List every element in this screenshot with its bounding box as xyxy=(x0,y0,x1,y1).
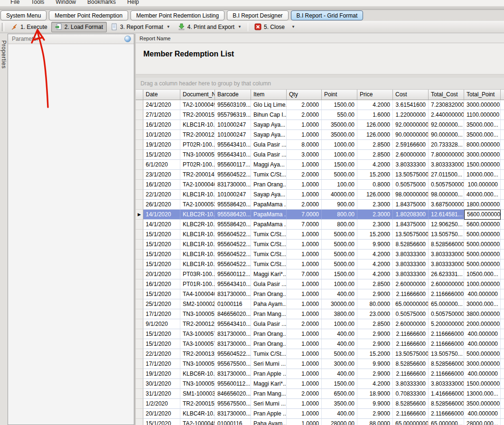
grid-cell[interactable]: 19/1/2020 xyxy=(143,369,180,379)
row-indicator-gutter[interactable] xyxy=(136,279,143,289)
row-indicator-gutter[interactable] xyxy=(136,339,143,349)
grid-cell[interactable]: 88.0000 xyxy=(357,419,393,425)
grid-cell[interactable]: 1000.00 xyxy=(322,140,357,150)
grid-cell[interactable]: 8.52856600 xyxy=(393,240,429,249)
grid-cell[interactable]: 831730000... xyxy=(215,329,251,339)
grid-cell[interactable]: 2.9000 xyxy=(357,409,393,419)
grid-cell[interactable]: 9.9000 xyxy=(357,240,393,249)
grid-cell[interactable]: 126.0000 xyxy=(357,190,393,200)
grid-cell[interactable]: 3500.00 xyxy=(322,399,357,409)
grid-cell[interactable]: KLBC2R-10... xyxy=(180,220,215,230)
grid-cell[interactable]: Glo Liq Lime... xyxy=(251,100,287,110)
row-indicator-gutter[interactable] xyxy=(136,289,143,299)
table-row[interactable]: 31/1/2020SM1-1000031846656020...Pran Man… xyxy=(136,389,504,399)
grid-cell[interactable]: Paha Ayam... xyxy=(251,299,287,309)
grid-cell[interactable]: 3.80333300 xyxy=(393,259,429,269)
grid-cell[interactable]: 1.0000 xyxy=(287,349,322,359)
grid-cell[interactable]: TA2-1000053 xyxy=(180,200,215,210)
grid-cell[interactable]: 1.0000 xyxy=(287,259,322,269)
grid-cell[interactable]: 5600.000000 xyxy=(464,210,501,220)
table-row[interactable]: 15/1/2020TA2-100004501000116Paha Ayam...… xyxy=(136,419,504,425)
grid-cell[interactable]: 1000.00 xyxy=(322,319,357,329)
grid-cell[interactable]: 9.9000 xyxy=(357,359,393,369)
row-indicator-gutter[interactable] xyxy=(136,389,143,399)
grid-cell[interactable]: 1.84375000 xyxy=(393,200,429,210)
grid-cell[interactable]: Tumix C/St... xyxy=(251,170,287,180)
table-row[interactable]: ▶14/1/2020KLBC2R-10...955586420...PapaMa… xyxy=(136,210,504,220)
grid-cell[interactable]: 8.52856600 xyxy=(393,399,429,409)
grid-cell[interactable]: 3.80333300 xyxy=(393,379,429,389)
grid-cell[interactable]: Bihun Cap I... xyxy=(251,110,287,120)
grid-cell[interactable]: Tumix C/St... xyxy=(251,259,287,269)
menu-item-bookmarks[interactable]: Bookmarks xyxy=(82,0,121,4)
grid-cell[interactable]: SM1-1000031 xyxy=(180,389,215,399)
grid-cell[interactable]: 24/1/2020 xyxy=(143,100,180,110)
table-row[interactable]: 20/1/2020KLBC4R-10...831730000...Pran Ap… xyxy=(136,409,504,419)
grid-cell[interactable]: 80.0000 xyxy=(357,299,393,309)
grid-cell[interactable]: 8.528566000 xyxy=(429,240,464,249)
grid-cell[interactable]: TR2-2000123 xyxy=(180,319,215,329)
grid-cell[interactable]: 1500.000000 xyxy=(464,160,501,170)
grid-cell[interactable]: KLBC6R-10... xyxy=(180,369,215,379)
grid-cell[interactable]: 98.000000... xyxy=(429,190,464,200)
grid-cell[interactable]: 5000.00 xyxy=(322,349,357,359)
grid-cell[interactable]: 955586420... xyxy=(215,200,251,210)
grid-cell[interactable]: 1.0000 xyxy=(287,399,322,409)
grid-cell[interactable]: 400.00 xyxy=(322,409,357,419)
grid-cell[interactable]: 30000.00 xyxy=(322,299,357,309)
grid-cell[interactable]: 955604522... xyxy=(215,249,251,259)
grid-cell[interactable]: 35000.00 xyxy=(322,120,357,130)
grid-cell[interactable]: 1.416666000 xyxy=(429,389,464,399)
grid-cell[interactable]: Sayap Aya... xyxy=(251,190,287,200)
row-indicator-gutter[interactable] xyxy=(136,180,143,190)
grid-cell[interactable]: 1.84375000 xyxy=(393,220,429,230)
grid-cell[interactable]: KLBC1R-10... xyxy=(180,190,215,200)
grid-cell[interactable]: 0.505750000 xyxy=(429,180,464,190)
grid-cell[interactable]: 2.11666600 xyxy=(393,329,429,339)
row-indicator-gutter[interactable] xyxy=(136,120,143,130)
grid-cell[interactable]: 3800.00 xyxy=(322,309,357,319)
grid-cell[interactable]: 65.000000... xyxy=(429,419,464,425)
table-row[interactable]: 15/1/2020TN3-1000050955643410...Gula Pas… xyxy=(136,150,504,160)
grid-cell[interactable]: 846656020... xyxy=(215,389,251,399)
row-indicator-gutter[interactable] xyxy=(136,160,143,170)
grid-cell[interactable]: Tumix C/St... xyxy=(251,349,287,359)
parameter-orb-icon[interactable] xyxy=(124,36,131,42)
grid-cell[interactable]: 2.9000 xyxy=(357,339,393,349)
grid-cell[interactable]: 5000.00 xyxy=(322,170,357,180)
grid-cell[interactable]: TN3-1000055 xyxy=(180,379,215,389)
grid-cell[interactable]: KLBC4R-10... xyxy=(180,409,215,419)
grid-cell[interactable]: 25/1/2020 xyxy=(143,299,180,309)
grid-cell[interactable]: 1500.00 xyxy=(322,160,357,170)
menu-item-window[interactable]: Window xyxy=(50,0,82,4)
grid-cell[interactable]: 9.9000 xyxy=(357,399,393,409)
grid-cell[interactable]: 1.0000 xyxy=(287,160,322,170)
grid-cell[interactable]: Gula Pasir ... xyxy=(251,150,287,160)
grid-cell[interactable]: 3.803333000 xyxy=(429,249,464,259)
grid-cell[interactable]: 0.8000 xyxy=(357,180,393,190)
grid-cell[interactable]: 8.528566000 xyxy=(429,359,464,369)
grid-cell[interactable]: Maggi Kari*... xyxy=(251,269,287,279)
grid-cell[interactable]: 8.528566000 xyxy=(429,399,464,409)
grid-cell[interactable]: 1.0000 xyxy=(287,359,322,369)
grid-cell[interactable]: 831730000... xyxy=(215,339,251,349)
grid-cell[interactable]: Paha Ayam... xyxy=(251,419,287,425)
grid-cell[interactable]: 98.00000000 xyxy=(393,190,429,200)
grid-cell[interactable]: 2.8500 xyxy=(357,279,393,289)
grid-cell[interactable]: 3.803333000 xyxy=(429,379,464,389)
grid-cell[interactable]: 35000.000... xyxy=(464,130,501,140)
grid-cell[interactable]: 5000.000000 xyxy=(464,259,501,269)
column-header-barcode[interactable]: Barcode xyxy=(215,90,251,100)
grid-cell[interactable]: 15.2000 xyxy=(357,170,393,180)
grid-cell[interactable]: TA2-1000046 xyxy=(180,180,215,190)
grid-cell[interactable]: 35000.000... xyxy=(464,120,501,130)
grid-cell[interactable]: 1.22000000 xyxy=(393,110,429,120)
grid-cell[interactable]: 65.000000... xyxy=(429,299,464,309)
table-row[interactable]: 15/1/2020TA4-1000040831730000...Pran Ora… xyxy=(136,289,504,299)
grid-cell[interactable]: 1.0000 xyxy=(287,230,322,240)
grid-cell[interactable]: TA2-1000049 xyxy=(180,100,215,110)
grid-cell[interactable]: 23.0000 xyxy=(357,309,393,319)
grid-cell[interactable]: 20/1/2020 xyxy=(143,269,180,279)
grid-cell[interactable]: 5000.00 xyxy=(322,249,357,259)
grid-cell[interactable]: 28000.00 xyxy=(322,419,357,425)
